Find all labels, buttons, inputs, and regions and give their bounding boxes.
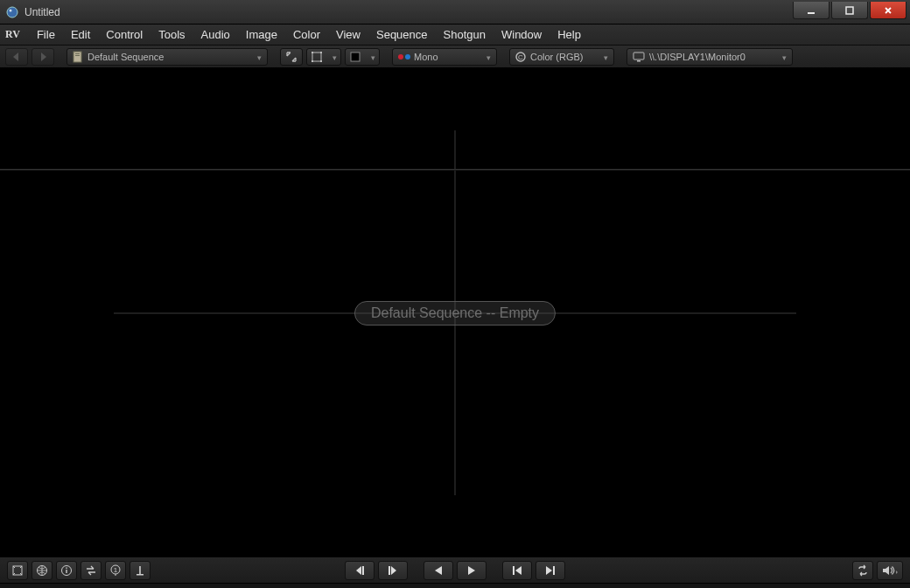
app-icon xyxy=(5,5,19,19)
menu-audio[interactable]: Audio xyxy=(193,26,238,43)
go-to-end-button[interactable] xyxy=(536,561,565,580)
bottom-left-tools: 1 xyxy=(7,561,150,580)
maximize-button[interactable] xyxy=(831,2,868,19)
channel-dots-icon xyxy=(398,54,410,60)
svg-rect-12 xyxy=(351,52,360,61)
svg-rect-30 xyxy=(553,566,555,575)
document-icon xyxy=(73,51,83,63)
close-button[interactable] xyxy=(870,2,906,19)
nav-forward-button[interactable] xyxy=(32,48,54,66)
svg-rect-9 xyxy=(320,52,322,53)
color-mode-dropdown[interactable]: C Color (RGB) xyxy=(509,48,614,66)
svg-rect-8 xyxy=(312,52,313,53)
sequence-selector[interactable]: Default Sequence xyxy=(66,48,268,66)
toolbar: Default Sequence Mono C Color (RGB) xyxy=(0,46,910,68)
channels-label: Mono xyxy=(414,52,438,62)
svg-rect-25 xyxy=(136,574,144,576)
channels-dropdown[interactable]: Mono xyxy=(392,48,497,66)
minimize-button[interactable] xyxy=(793,2,830,19)
menu-window[interactable]: Window xyxy=(494,26,550,43)
chevron-down-icon xyxy=(486,52,491,62)
marker-1-button[interactable]: 1 xyxy=(105,561,126,580)
svg-rect-11 xyxy=(320,60,322,62)
svg-rect-2 xyxy=(808,12,815,14)
svg-rect-5 xyxy=(75,53,80,54)
bottom-right-tools xyxy=(852,561,903,580)
chevron-down-icon xyxy=(782,52,787,62)
info-button[interactable] xyxy=(56,561,77,580)
play-reverse-button[interactable] xyxy=(424,561,453,580)
chevron-down-icon xyxy=(332,52,337,62)
chevron-down-icon xyxy=(604,52,608,62)
frame-icon xyxy=(311,51,323,63)
svg-text:C: C xyxy=(518,53,523,61)
svg-rect-7 xyxy=(312,52,321,61)
svg-rect-29 xyxy=(513,566,514,575)
go-to-start-button[interactable] xyxy=(502,561,532,580)
svg-rect-21 xyxy=(66,567,66,568)
sequence-selector-label: Default Sequence xyxy=(88,52,164,62)
color-circle-icon: C xyxy=(515,52,526,62)
menu-shotgun[interactable]: Shotgun xyxy=(436,26,494,43)
display-dropdown[interactable]: \\.\DISPLAY1\Monitor0 xyxy=(626,48,793,66)
viewport-overlay-label: Default Sequence -- Empty xyxy=(354,301,556,326)
svg-point-1 xyxy=(10,9,12,11)
step-forward-button[interactable] xyxy=(378,561,408,580)
color-mode-label: Color (RGB) xyxy=(530,52,584,62)
svg-rect-4 xyxy=(74,52,81,62)
svg-point-0 xyxy=(7,7,18,18)
play-forward-button[interactable] xyxy=(457,561,486,580)
bottom-bar: 1 xyxy=(0,556,910,583)
titlebar: Untitled xyxy=(0,0,910,24)
menu-control[interactable]: Control xyxy=(98,26,150,43)
chevron-down-icon xyxy=(257,52,262,62)
app-logo-text: RV xyxy=(5,28,20,41)
svg-rect-20 xyxy=(66,570,66,573)
chevron-down-icon xyxy=(371,52,375,62)
volume-button[interactable] xyxy=(877,561,903,580)
step-back-button[interactable] xyxy=(345,561,374,580)
svg-rect-27 xyxy=(362,566,364,575)
menu-help[interactable]: Help xyxy=(550,26,589,43)
svg-rect-16 xyxy=(637,60,640,62)
menu-file[interactable]: File xyxy=(29,26,63,43)
monitor-icon xyxy=(633,52,645,62)
fit-window-button[interactable] xyxy=(280,48,303,66)
swatch-icon xyxy=(349,51,361,63)
svg-rect-28 xyxy=(388,566,390,575)
loop-button[interactable] xyxy=(852,561,873,580)
menu-image[interactable]: Image xyxy=(238,26,285,43)
svg-rect-6 xyxy=(75,55,80,56)
bg-color-dropdown[interactable] xyxy=(345,48,380,66)
menu-sequence[interactable]: Sequence xyxy=(368,26,436,43)
menu-view[interactable]: View xyxy=(328,26,368,43)
menu-color[interactable]: Color xyxy=(285,26,328,43)
fullscreen-toggle-button[interactable] xyxy=(7,561,28,580)
frame-tool-dropdown[interactable] xyxy=(306,48,341,66)
menu-edit[interactable]: Edit xyxy=(63,26,98,43)
svg-text:1: 1 xyxy=(114,566,118,574)
svg-rect-15 xyxy=(634,52,644,60)
menu-tools[interactable]: Tools xyxy=(150,26,192,43)
globe-button[interactable] xyxy=(32,561,52,580)
transport-controls xyxy=(345,561,565,580)
nav-back-button[interactable] xyxy=(5,48,28,66)
status-strip xyxy=(0,583,910,588)
window-title: Untitled xyxy=(24,6,60,18)
svg-rect-10 xyxy=(312,60,313,62)
viewport-area: Default Sequence -- Empty xyxy=(0,68,910,556)
swap-button[interactable] xyxy=(80,561,102,580)
svg-rect-3 xyxy=(846,7,853,14)
display-label: \\.\DISPLAY1\Monitor0 xyxy=(649,52,746,62)
menubar: RV File Edit Control Tools Audio Image C… xyxy=(0,24,910,46)
svg-rect-24 xyxy=(116,574,116,576)
viewport-top-divider xyxy=(0,169,910,171)
in-point-button[interactable] xyxy=(130,561,150,580)
